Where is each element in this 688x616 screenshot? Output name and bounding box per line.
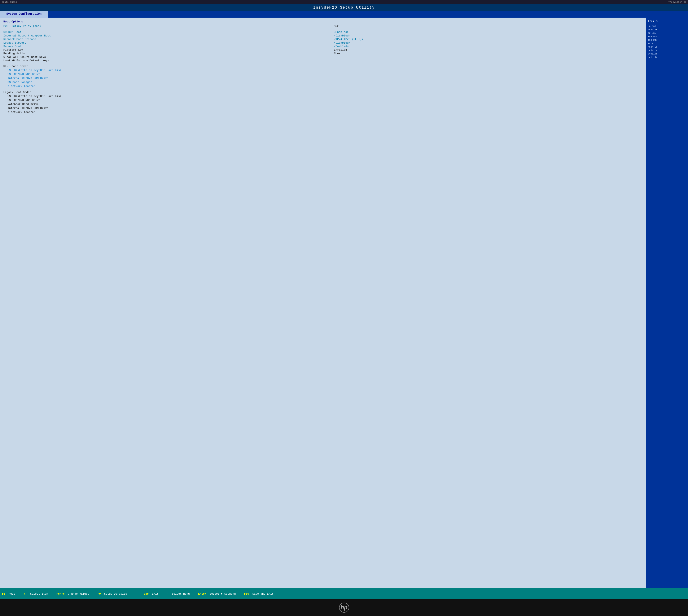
arrow-menu-label: Select Menu: [172, 592, 190, 595]
help-line-0: Up and: [648, 24, 686, 28]
secure-boot-label[interactable]: Secure Boot: [3, 45, 334, 48]
legacy-support-value: <Disabled>: [334, 41, 642, 44]
network-boot-label[interactable]: Network Boot Protocol: [3, 38, 334, 41]
help-line-5: mark.: [648, 42, 686, 45]
bottom-bar: F1 Help ↑↓ Select Item F5/F6 Change Valu…: [0, 588, 688, 599]
spacer1: [3, 28, 334, 30]
arrow-label: Select Item: [30, 592, 48, 595]
platform-key-value: Enrolled: [334, 48, 642, 51]
help-line-8: availab: [648, 52, 686, 56]
tab-system-configuration[interactable]: System Configuration: [0, 11, 48, 18]
help-line-7: order a: [648, 49, 686, 52]
uefi-item-0[interactable]: USB Diskette on Key/USB Hard Disk: [3, 68, 642, 72]
title-bar: InsydeH2O Setup Utility: [0, 4, 688, 11]
f1-label: Help: [8, 592, 15, 595]
help-line-1: <F5> ar: [648, 28, 686, 31]
internal-network-value: <Disabled>: [334, 34, 642, 37]
f10-label: Save and Exit: [252, 592, 274, 595]
uefi-item-1[interactable]: USB CD/DVD ROM Drive: [3, 72, 642, 76]
help-line-9: priorit: [648, 56, 686, 59]
tab-bar: System Configuration: [0, 11, 688, 18]
uefi-boot-order-header: UEFI Boot Order: [3, 64, 642, 68]
bios-title: InsydeH2O Setup Utility: [313, 5, 375, 9]
f9-defaults: F9 Setup Defaults: [98, 592, 127, 595]
spacer1v: [334, 28, 642, 30]
f5f6-change: F5/F6 Change Values: [56, 592, 89, 595]
right-panel-title: Item S: [648, 20, 686, 23]
esc-exit: Esc Exit: [144, 592, 158, 595]
help-line-2: or up.: [648, 31, 686, 35]
spacer-legacy: [3, 88, 642, 90]
spacer-uefi: [3, 62, 642, 64]
left-panel: Boot Options POST Hotkey Delay (sec) <0>…: [0, 18, 646, 588]
main-content: Boot Options POST Hotkey Delay (sec) <0>…: [0, 18, 688, 588]
brand-label: Beats audio: [2, 1, 17, 3]
boot-options-header: Boot Options: [3, 20, 642, 24]
clear-secure-label[interactable]: Clear All Secure Boot Keys: [3, 56, 334, 59]
uefi-item-4[interactable]: ! Network Adapter: [3, 84, 642, 88]
esc-label: Exit: [152, 592, 158, 595]
clear-secure-value: [334, 56, 642, 59]
laptop-bezel: hp: [0, 599, 688, 616]
uefi-item-3[interactable]: OS boot Manager: [3, 80, 642, 84]
arrow-select: ↑↓ Select Item: [23, 592, 48, 595]
hp-logo: hp: [339, 602, 349, 613]
platform-key-label[interactable]: Platform Key: [3, 48, 334, 51]
f9-label: Setup Defaults: [104, 592, 127, 595]
legacy-item-0[interactable]: USB Diskette on Key/USB Hard Disk: [3, 94, 642, 98]
legacy-support-label[interactable]: Legacy Support: [3, 41, 334, 44]
legacy-item-1[interactable]: USB CD/DVD ROM Drive: [3, 98, 642, 102]
pending-action-label[interactable]: Pending Action: [3, 52, 334, 55]
uefi-item-2[interactable]: Internal CD/DVD ROM Drive: [3, 76, 642, 80]
load-hp-factory-value: [334, 59, 642, 62]
legacy-item-4[interactable]: ! Network Adapter: [3, 110, 642, 114]
post-hotkey-value: <0>: [334, 24, 642, 28]
cdrom-boot-label[interactable]: CD-ROM Boot: [3, 30, 334, 34]
f1-help: F1 Help: [2, 592, 15, 595]
internal-network-label[interactable]: Internal Network Adapter Boot: [3, 34, 334, 37]
pending-action-value: None: [334, 52, 642, 55]
load-hp-factory-label[interactable]: Load HP Factory Default Keys: [3, 59, 334, 62]
cdrom-boot-value: <Enabled>: [334, 30, 642, 34]
help-line-6: When Le: [648, 45, 686, 49]
legacy-boot-order-header: Legacy Boot Order: [3, 90, 642, 94]
secure-boot-value: <Enabled>: [334, 45, 642, 48]
post-hotkey-label[interactable]: POST Hotkey Delay (sec): [3, 24, 334, 28]
arrow-menu: ↔ Select Menu: [167, 592, 190, 595]
top-bar: Beats audio TrueVision HD: [0, 0, 688, 4]
truevision-label: TrueVision HD: [668, 1, 686, 3]
network-boot-value: <IPv4+IPv6 (UEFI)>: [334, 38, 642, 41]
legacy-item-2[interactable]: Notebook Hard Drive: [3, 102, 642, 106]
help-line-4: the Dev: [648, 38, 686, 42]
f5f6-label: Change Values: [68, 592, 89, 595]
help-line-3: The boo: [648, 35, 686, 39]
boot-options-grid: POST Hotkey Delay (sec) <0> CD-ROM Boot …: [3, 24, 642, 62]
f10-save: F10 Save and Exit: [244, 592, 274, 595]
enter-submenu: Enter Select ► SubMenu: [198, 592, 236, 595]
legacy-item-3[interactable]: Internal CD/DVD ROM Drive: [3, 106, 642, 110]
right-help-panel: Item S Up and <F5> ar or up. The boo the…: [646, 18, 688, 588]
enter-label: Select ► SubMenu: [210, 592, 236, 595]
